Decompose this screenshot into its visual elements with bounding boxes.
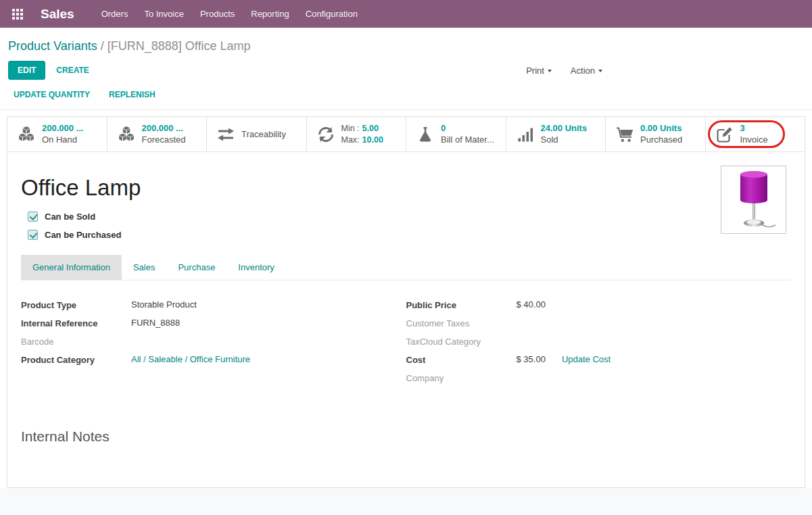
- menu-orders[interactable]: Orders: [93, 1, 137, 27]
- field-label: Internal Reference: [21, 318, 131, 328]
- replenish-button[interactable]: REPLENISH: [109, 90, 156, 99]
- field-value: $ 35.00: [517, 354, 546, 364]
- menu-reporting[interactable]: Reporting: [243, 1, 297, 27]
- stat-label: Forecasted: [142, 134, 186, 146]
- stat-traceability[interactable]: Traceability: [207, 117, 307, 151]
- min-value: 5.00: [362, 124, 379, 133]
- page: Sales Orders To Invoice Products Reporti…: [0, 0, 812, 488]
- tab-purchase[interactable]: Purchase: [166, 255, 226, 280]
- breadcrumb-parent-link[interactable]: Product Variants: [8, 39, 97, 53]
- control-panel: EDIT CREATE Print Action: [0, 59, 812, 87]
- stat-label: Purchased: [640, 134, 682, 146]
- edit-button[interactable]: EDIT: [8, 61, 45, 80]
- chevron-down-icon: [598, 70, 602, 72]
- field-label: TaxCloud Category: [406, 336, 517, 347]
- stat-sold[interactable]: 24.00 UnitsSold: [506, 117, 606, 151]
- max-value: 10.00: [362, 135, 383, 145]
- apps-grid-icon[interactable]: [12, 9, 23, 20]
- create-button[interactable]: CREATE: [56, 66, 89, 75]
- bar-chart-icon: [517, 126, 534, 143]
- product-image: [721, 166, 786, 234]
- field-label: Product Category: [21, 354, 131, 365]
- stat-bill-of-materials[interactable]: 0Bill of Mater...: [406, 117, 506, 151]
- cubes-icon: [18, 126, 35, 143]
- menu-configuration[interactable]: Configuration: [297, 1, 366, 27]
- internal-notes-heading: Internal Notes: [21, 428, 791, 445]
- cubes-icon: [118, 126, 135, 143]
- breadcrumb-separator: /: [101, 39, 104, 53]
- print-dropdown-label: Print: [526, 66, 544, 76]
- refresh-icon: [317, 126, 335, 143]
- breadcrumb-current: [FURN_8888] Office Lamp: [108, 39, 251, 53]
- stat-label: On Hand: [42, 134, 83, 146]
- field-cost: Cost $ 35.00 Update Cost: [406, 354, 792, 372]
- field-label: Public Price: [406, 299, 517, 310]
- menu-products[interactable]: Products: [192, 1, 243, 27]
- min-label: Min :: [341, 124, 360, 133]
- field-label: Company: [406, 372, 517, 383]
- can-be-sold-row: Can be Sold: [28, 212, 791, 222]
- stat-on-hand[interactable]: 200.000 ...On Hand: [7, 117, 108, 151]
- office-lamp-picture: [726, 169, 782, 231]
- sheet-body: Office Lamp Can be Sold Can be Purchased…: [7, 152, 805, 445]
- field-taxcloud-category: TaxCloud Category: [406, 336, 792, 354]
- field-value: FURN_8888: [131, 318, 180, 328]
- form-sheet: 200.000 ...On Hand 200.000 ...Forecasted…: [7, 116, 805, 488]
- field-product-category: Product Category All / Saleable / Office…: [21, 354, 406, 372]
- field-label: Cost: [406, 354, 517, 365]
- max-label: Max:: [341, 135, 360, 145]
- stat-value: 200.000 ...: [42, 123, 83, 134]
- field-internal-reference: Internal Reference FURN_8888: [21, 318, 406, 336]
- tab-inventory[interactable]: Inventory: [226, 255, 285, 280]
- stat-value: 3: [740, 123, 768, 134]
- print-dropdown[interactable]: Print: [526, 66, 552, 76]
- stat-value: 24.00 Units: [541, 123, 588, 134]
- menu-to-invoice[interactable]: To Invoice: [136, 1, 192, 27]
- breadcrumb: Product Variants / [FURN_8888] Office La…: [0, 28, 812, 59]
- flask-icon: [416, 126, 434, 143]
- field-value: $ 40.00: [517, 299, 546, 310]
- stat-label: Traceability: [241, 129, 286, 139]
- field-public-price: Public Price $ 40.00: [406, 299, 792, 318]
- edit-icon: [716, 126, 734, 143]
- field-label: Barcode: [21, 336, 131, 347]
- can-be-sold-checkbox[interactable]: [28, 212, 38, 222]
- secondary-actions: UPDATE QUANTITY REPLENISH: [0, 87, 812, 110]
- field-value: Storable Product: [131, 299, 197, 310]
- field-label: Customer Taxes: [406, 318, 517, 328]
- action-dropdown-label: Action: [571, 66, 595, 76]
- action-dropdown[interactable]: Action: [571, 66, 602, 76]
- can-be-purchased-row: Can be Purchased: [28, 230, 791, 240]
- stat-value: 0: [441, 123, 494, 134]
- update-quantity-button[interactable]: UPDATE QUANTITY: [14, 90, 90, 99]
- tab-sales[interactable]: Sales: [122, 255, 167, 280]
- product-category-link[interactable]: All / Saleable / Office Furniture: [131, 354, 250, 364]
- stat-label: Bill of Mater...: [441, 134, 494, 146]
- app-brand[interactable]: Sales: [41, 7, 74, 22]
- can-be-purchased-label: Can be Purchased: [45, 230, 121, 240]
- field-barcode: Barcode: [21, 336, 406, 354]
- stat-label: Invoice: [740, 134, 768, 146]
- notebook-tabs: General Information Sales Purchase Inven…: [21, 255, 791, 280]
- exchange-icon: [217, 126, 235, 143]
- tab-general-information[interactable]: General Information: [21, 255, 122, 280]
- chevron-down-icon: [548, 70, 552, 72]
- stat-button-row: 200.000 ...On Hand 200.000 ...Forecasted…: [7, 117, 805, 152]
- can-be-purchased-checkbox[interactable]: [28, 230, 38, 240]
- field-product-type: Product Type Storable Product: [21, 299, 406, 318]
- stat-invoice[interactable]: 3Invoice: [706, 117, 805, 151]
- stat-reordering-rules[interactable]: Min :5.00 Max:10.00: [307, 117, 407, 151]
- field-customer-taxes: Customer Taxes: [406, 318, 792, 336]
- can-be-sold-label: Can be Sold: [45, 212, 95, 222]
- stat-forecasted[interactable]: 200.000 ...Forecasted: [108, 117, 208, 151]
- field-group-left: Product Type Storable Product Internal R…: [21, 299, 406, 391]
- field-groups: Product Type Storable Product Internal R…: [21, 299, 791, 391]
- field-label: Product Type: [21, 299, 131, 310]
- stat-label: Sold: [541, 134, 588, 146]
- control-panel-dropdowns: Print Action: [526, 66, 602, 76]
- update-cost-button[interactable]: Update Cost: [562, 354, 611, 364]
- field-company: Company: [406, 372, 792, 391]
- stat-purchased[interactable]: 0.00 UnitsPurchased: [606, 117, 706, 151]
- stat-value: 0.00 Units: [640, 123, 682, 134]
- cart-icon: [616, 126, 634, 143]
